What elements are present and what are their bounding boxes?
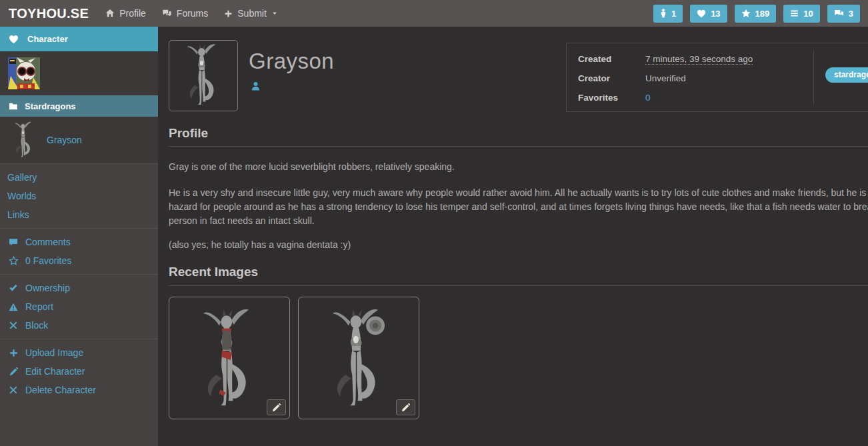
star-icon [741,9,751,18]
sidebar-character-grayson[interactable]: Grayson [0,117,158,164]
character-thumbnail-box[interactable] [169,40,238,111]
sidebar-item-block[interactable]: Block [0,316,158,335]
sidebar-item-report[interactable]: Report [0,297,158,316]
sidebar-item-label: Worlds [7,191,36,201]
home-icon [105,9,115,18]
character-image [330,308,387,412]
sidebar-item-favorites[interactable]: 0 Favorites [0,251,158,270]
stat-stars-count: 189 [755,9,770,19]
profile-text-line: He is a very shy and insecure little guy… [169,186,868,200]
creator-value: Unverified [645,73,686,83]
sidebar-item-comments[interactable]: Comments [0,233,158,251]
sidebar-character-name: Grayson [47,135,82,145]
info-row-created: Created 7 minutes, 39 seconds ago [578,49,868,69]
info-label: Creator [578,73,645,83]
stat-favorites-badge[interactable]: 13 [690,5,727,23]
sidebar-social-group: Comments 0 Favorites [0,229,158,275]
plus-icon [224,9,233,18]
navbar-links: Profile Forums Submit [105,8,278,19]
profile-heading: Profile [169,125,868,141]
user-avatar-section [0,51,158,95]
created-value[interactable]: 7 minutes, 39 seconds ago [645,54,753,65]
stat-list-count: 10 [803,9,813,19]
sidebar-item-label: Edit Character [25,366,85,377]
sidebar: Character Stardragons Grayson [0,27,158,446]
recent-images-heading: Recent Images [169,264,868,279]
sidebar-item-label: Gallery [7,172,37,183]
star-outline-icon [8,256,19,266]
sidebar-item-label: Upload Image [25,347,83,358]
panel-divider [813,50,814,105]
stat-favorites-count: 13 [711,9,720,19]
character-info-panel: Created 7 minutes, 39 seconds ago Creato… [566,43,868,112]
heart-icon [9,35,19,44]
pencil-icon [401,403,410,412]
sidebar-folder-stardragons[interactable]: Stardragons [0,95,158,117]
sidebar-item-upload-image[interactable]: Upload Image [0,343,158,362]
info-row-favorites: Favorites 0 [578,88,868,107]
messages-icon [834,9,844,18]
nav-submit[interactable]: Submit [224,8,278,19]
sidebar-item-links[interactable]: Links [0,205,158,224]
sidebar-item-label: Report [25,301,53,312]
sidebar-nav-group: Gallery Worlds Links [0,164,158,229]
warning-icon [8,303,19,311]
sidebar-item-label: 0 Favorites [25,255,71,266]
sidebar-item-ownership[interactable]: Ownership [0,279,158,297]
nav-profile-label: Profile [119,8,146,19]
character-art [185,43,221,109]
heart-icon [697,9,706,18]
x-icon [8,386,19,394]
pencil-icon [272,403,281,412]
character-image [201,308,258,412]
sidebar-item-label: Links [7,209,29,220]
sidebar-moderation-group: Ownership Report Block [0,275,158,339]
stat-messages-badge[interactable]: 3 [827,5,860,23]
profile-text-line: person in fact needs an intact skull. [169,214,868,228]
folder-icon [9,102,18,110]
sidebar-item-edit-character[interactable]: Edit Character [0,362,158,381]
forums-icon [162,9,172,18]
nav-profile[interactable]: Profile [105,8,146,19]
stat-stars-badge[interactable]: 189 [735,5,777,23]
pencil-icon [8,367,19,376]
image-card-2[interactable] [298,297,419,419]
user-icon[interactable] [251,81,261,91]
profile-paragraph: (also yes, he totally has a vagina denta… [169,238,868,252]
profile-paragraph: He is a very shy and insecure little guy… [169,186,868,228]
sidebar-section-title: Character [27,34,68,44]
sidebar-item-label: Ownership [25,283,70,293]
info-row-creator: Creator Unverified [578,69,868,88]
stat-characters-badge[interactable]: 1 [653,5,683,23]
sidebar-item-delete-character[interactable]: Delete Character [0,381,158,399]
info-label: Favorites [578,93,645,103]
edit-image-button[interactable] [267,399,286,415]
folder-badge[interactable]: stardragons [825,67,868,83]
sidebar-item-label: Delete Character [25,385,96,395]
nav-forums[interactable]: Forums [162,8,208,19]
top-navbar: TOYHOU.SE Profile Forums Submit [0,0,868,27]
avatar[interactable] [8,57,40,89]
page-title: Grayson [249,49,334,74]
recent-images-row [169,297,868,419]
divider [169,285,868,286]
site-logo[interactable]: TOYHOU.SE [9,6,89,21]
folder-name: Stardragons [25,101,76,111]
character-thumbnail [13,121,35,159]
plus-icon [8,349,19,357]
sidebar-item-worlds[interactable]: Worlds [0,187,158,205]
list-icon [790,9,799,17]
comment-icon [8,238,19,247]
edit-image-button[interactable] [396,399,415,415]
main-content: Grayson Created 7 minutes, 39 seconds ag… [158,27,868,446]
sidebar-section-header: Character [0,27,158,51]
person-icon [660,9,667,18]
image-card-1[interactable] [169,297,290,419]
stat-messages-count: 3 [849,9,853,19]
favorites-count-link[interactable]: 0 [645,93,651,103]
chevron-down-icon [271,10,278,17]
sidebar-item-gallery[interactable]: Gallery [0,168,158,187]
profile-text-line: hazard for people around as he has a str… [169,200,868,214]
stat-list-badge[interactable]: 10 [783,5,819,23]
profile-paragraph: Gray is one of the more lucid severbligh… [169,160,868,174]
